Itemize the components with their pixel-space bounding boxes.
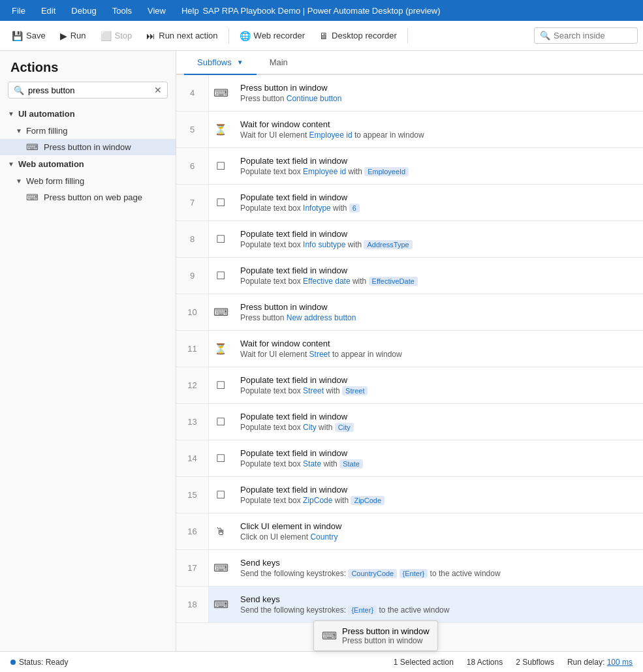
save-icon: 💾 xyxy=(12,31,23,41)
row-content: Wait for window content Wait for UI elem… xyxy=(232,331,643,367)
subflows-dropdown-icon[interactable]: ▼ xyxy=(237,59,243,66)
menu-view[interactable]: View xyxy=(141,3,172,18)
separator-2 xyxy=(407,28,408,44)
action-title: Populate text field in window xyxy=(240,412,635,421)
web-recorder-button[interactable]: 🌐 Web recorder xyxy=(233,27,312,44)
action-tag: AddressType xyxy=(364,240,412,249)
tree-item-label: Press button in window xyxy=(44,142,131,152)
table-row[interactable]: 5 ⏳ Wait for window content Wait for UI … xyxy=(176,112,643,148)
table-row[interactable]: 8 ☐ Populate text field in window Popula… xyxy=(176,221,643,258)
action-title: Populate text field in window xyxy=(240,448,635,458)
action-link: Street xyxy=(303,386,324,395)
action-tag: ZipCode xyxy=(351,496,384,505)
run-icon: ▶ xyxy=(60,31,67,41)
actions-search-icon: 🔍 xyxy=(14,85,24,95)
desktop-recorder-icon: 🖥 xyxy=(319,31,328,41)
menu-help[interactable]: Help xyxy=(175,3,206,18)
row-content: Populate text field in window Populate t… xyxy=(232,258,643,294)
toolbar-search-input[interactable] xyxy=(554,31,632,40)
table-row[interactable]: 10 ⌨ Press button in window Press button… xyxy=(176,294,643,331)
table-row[interactable]: 7 ☐ Populate text field in window Popula… xyxy=(176,185,643,221)
run-button[interactable]: ▶ Run xyxy=(54,27,93,44)
stop-icon: ⬜ xyxy=(101,31,112,41)
table-row[interactable]: 18 ⌨ Send keys Send the following keystr… xyxy=(176,587,643,623)
chevron-down-icon: ▼ xyxy=(16,177,22,185)
row-number: 7 xyxy=(176,185,209,221)
row-content: Populate text field in window Populate t… xyxy=(232,148,643,184)
tab-main[interactable]: Main xyxy=(257,51,301,75)
action-tag: {Enter} xyxy=(348,605,377,615)
action-icon: ⏳ xyxy=(209,112,232,147)
table-row[interactable]: 16 🖱 Click UI element in window Click on… xyxy=(176,513,643,550)
save-button[interactable]: 💾 Save xyxy=(5,27,52,44)
desktop-recorder-button[interactable]: 🖥 Desktop recorder xyxy=(313,27,403,44)
table-row[interactable]: 11 ⏳ Wait for window content Wait for UI… xyxy=(176,331,643,367)
row-content: Press button in window Press button Cont… xyxy=(232,75,643,111)
popup-content: Press button in window Press button in w… xyxy=(342,626,430,645)
right-panel: Subflows ▼ Main 4 ⌨ Press button in wind… xyxy=(176,51,643,651)
table-row[interactable]: 17 ⌨ Send keys Send the following keystr… xyxy=(176,550,643,587)
tree-subgroup-label: Web form filling xyxy=(26,176,84,186)
action-tag-2: {Enter} xyxy=(400,569,428,578)
tree-subgroup-web-form-filling[interactable]: ▼ Web form filling xyxy=(0,173,176,189)
flow-content: 4 ⌨ Press button in window Press button … xyxy=(176,75,643,651)
press-button-icon: ⌨ xyxy=(26,142,39,152)
row-number: 15 xyxy=(176,477,209,513)
selected-action-count: 1 Selected action xyxy=(394,658,454,667)
row-content: Populate text field in window Populate t… xyxy=(232,221,643,257)
actions-tree: ▼ UI automation ▼ Form filling ⌨ Press b… xyxy=(0,105,176,651)
table-row[interactable]: 13 ☐ Populate text field in window Popul… xyxy=(176,404,643,440)
actions-search-input[interactable] xyxy=(28,85,150,95)
row-content: Send keys Send the following keystrokes:… xyxy=(232,550,643,586)
action-desc: Populate text box Street with Street xyxy=(240,386,635,395)
action-title: Press button in window xyxy=(240,83,635,93)
tree-item-press-button-window[interactable]: ⌨ Press button in window xyxy=(0,139,176,155)
menu-debug[interactable]: Debug xyxy=(65,3,102,18)
menu-tools[interactable]: Tools xyxy=(106,3,138,18)
action-title: Wait for window content xyxy=(240,339,635,348)
tree-group-ui-automation[interactable]: ▼ UI automation xyxy=(0,105,176,123)
action-icon: ☐ xyxy=(209,185,232,221)
web-recorder-icon: 🌐 xyxy=(240,31,251,41)
search-container: 🔍 xyxy=(534,27,638,44)
table-row[interactable]: 4 ⌨ Press button in window Press button … xyxy=(176,75,643,112)
status-bar-right: 1 Selected action 18 Actions 2 Subflows … xyxy=(394,658,633,667)
action-link: Employee id xyxy=(309,130,353,140)
row-number: 6 xyxy=(176,148,209,184)
tree-subgroup-form-filling[interactable]: ▼ Form filling xyxy=(0,123,176,139)
table-row[interactable]: 6 ☐ Populate text field in window Popula… xyxy=(176,148,643,185)
run-delay-value[interactable]: 100 ms xyxy=(607,658,633,667)
tree-item-press-button-web[interactable]: ⌨ Press button on web page xyxy=(0,189,176,206)
window-title: SAP RPA Playbook Demo | Power Automate D… xyxy=(202,6,440,16)
tab-subflows[interactable]: Subflows ▼ xyxy=(184,51,257,75)
run-next-button[interactable]: ⏭ Run next action xyxy=(140,27,224,44)
row-content: Press button in window Press button New … xyxy=(232,294,643,330)
row-content: Click UI element in window Click on UI e… xyxy=(232,513,643,549)
menu-edit[interactable]: Edit xyxy=(35,3,62,18)
action-tag: State xyxy=(339,459,363,468)
action-title: Click UI element in window xyxy=(240,521,635,531)
action-tag: EffectiveDate xyxy=(369,277,418,286)
action-icon: ☐ xyxy=(209,404,232,440)
tree-subgroup-label: Form filling xyxy=(26,126,68,136)
table-row[interactable]: 15 ☐ Populate text field in window Popul… xyxy=(176,477,643,513)
row-content: Populate text field in window Populate t… xyxy=(232,185,643,221)
status-dot xyxy=(10,660,16,665)
action-link: Infotype xyxy=(303,204,331,213)
action-link: Info subtype xyxy=(303,240,345,249)
tree-group-label: UI automation xyxy=(18,109,75,119)
row-content: Populate text field in window Populate t… xyxy=(232,404,643,440)
stop-button[interactable]: ⬜ Stop xyxy=(94,27,139,44)
tree-group-web-automation[interactable]: ▼ Web automation xyxy=(0,155,176,173)
menu-file[interactable]: File xyxy=(5,3,32,18)
table-row[interactable]: 14 ☐ Populate text field in window Popul… xyxy=(176,440,643,477)
action-title: Populate text field in window xyxy=(240,485,635,495)
row-number: 5 xyxy=(176,112,209,147)
status-text: Status: Ready xyxy=(19,658,68,667)
action-title: Populate text field in window xyxy=(240,192,635,202)
clear-search-icon[interactable]: ✕ xyxy=(154,85,162,95)
table-row[interactable]: 12 ☐ Populate text field in window Popul… xyxy=(176,367,643,404)
row-number: 13 xyxy=(176,404,209,440)
table-row[interactable]: 9 ☐ Populate text field in window Popula… xyxy=(176,258,643,294)
action-icon: ☐ xyxy=(209,258,232,294)
